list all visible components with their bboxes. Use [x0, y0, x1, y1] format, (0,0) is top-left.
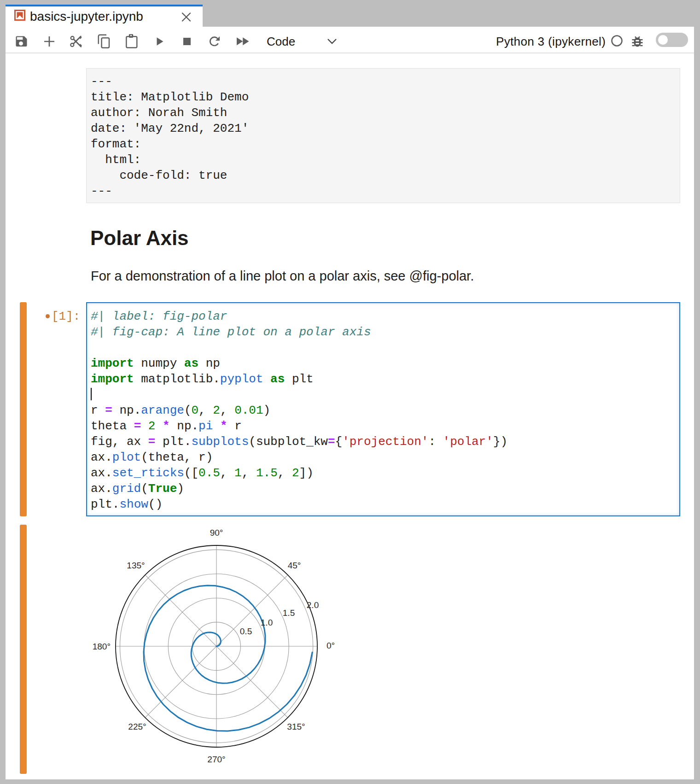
- svg-text:225°: 225°: [128, 722, 146, 731]
- svg-text:270°: 270°: [207, 755, 225, 764]
- svg-text:90°: 90°: [210, 528, 223, 538]
- svg-text:135°: 135°: [127, 561, 145, 570]
- svg-text:1.5: 1.5: [283, 608, 295, 618]
- svg-text:1.0: 1.0: [261, 618, 273, 627]
- svg-text:0°: 0°: [327, 641, 335, 650]
- svg-text:180°: 180°: [93, 642, 111, 651]
- svg-text:315°: 315°: [287, 722, 305, 731]
- svg-text:2.0: 2.0: [307, 600, 319, 610]
- svg-text:45°: 45°: [288, 561, 301, 570]
- svg-text:0.5: 0.5: [240, 626, 252, 636]
